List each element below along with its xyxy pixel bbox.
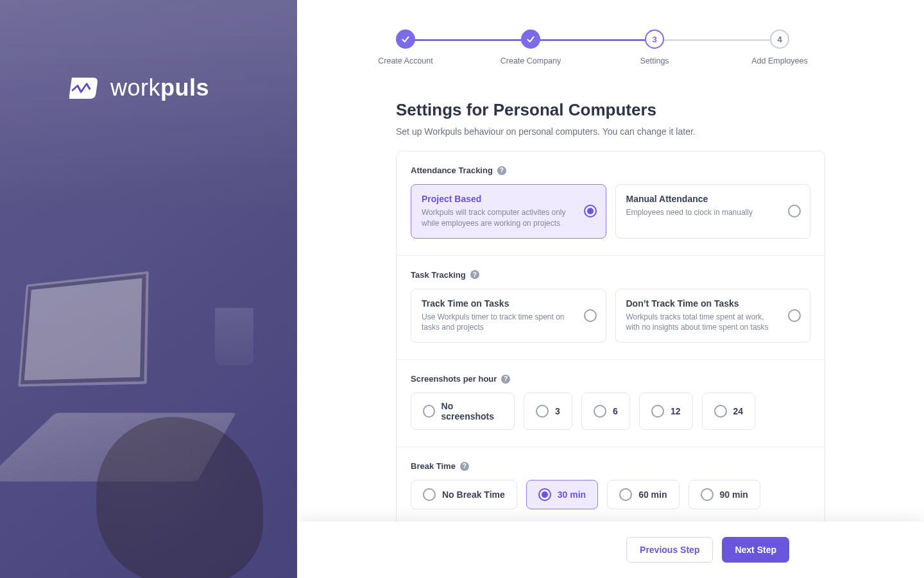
option-label: 12 — [671, 406, 681, 416]
option-title: Track Time on Tasks — [422, 298, 574, 309]
radio-icon — [536, 405, 549, 418]
task-option-dont-track[interactable]: Don’t Track Time on Tasks Workpuls track… — [615, 289, 811, 343]
radio-icon — [584, 205, 597, 217]
option-label: 90 min — [720, 489, 748, 500]
next-step-button[interactable]: Next Step — [722, 537, 789, 563]
page-title: Settings for Personal Computers — [396, 100, 825, 120]
option-label: No Break Time — [442, 489, 505, 500]
break-option-60[interactable]: 60 min — [607, 480, 679, 509]
option-label: 30 min — [558, 489, 586, 500]
attendance-option-manual[interactable]: Manual Attendance Employees need to cloc… — [615, 184, 811, 239]
wizard-footer: Previous Step Next Step — [297, 522, 924, 578]
settings-panel: Attendance Tracking ? Project Based Work… — [396, 151, 825, 527]
step-create-account — [396, 30, 415, 49]
break-option-90[interactable]: 90 min — [689, 480, 760, 509]
radio-icon — [788, 205, 801, 217]
step-label: Create Account — [378, 56, 432, 65]
step-add-employees: 4 — [770, 30, 789, 49]
option-desc: Workpuls tracks total time spent at work… — [626, 312, 778, 334]
radio-icon — [538, 488, 551, 501]
step-label: Create Company — [501, 56, 561, 65]
attendance-option-project-based[interactable]: Project Based Workpuls will track comput… — [411, 184, 606, 239]
brand-logo: workpuls — [0, 0, 297, 101]
break-option-30[interactable]: 30 min — [526, 480, 598, 509]
option-title: Don’t Track Time on Tasks — [626, 298, 778, 309]
screenshots-option-3[interactable]: 3 — [524, 393, 572, 430]
section-title-label: Screenshots per hour — [411, 374, 497, 384]
screenshots-option-6[interactable]: 6 — [581, 393, 630, 430]
check-icon — [526, 34, 536, 44]
option-desc: Employees need to clock in manually — [626, 207, 778, 218]
radio-icon — [584, 309, 597, 322]
section-title-label: Task Tracking — [411, 270, 466, 280]
option-label: 24 — [733, 406, 744, 416]
screenshots-option-24[interactable]: 24 — [702, 393, 756, 430]
break-section: Break Time ? No Break Time 30 min — [397, 446, 825, 526]
option-label: No screenshots — [441, 401, 502, 421]
radio-icon — [701, 488, 714, 501]
main-content: Create Account Create Company 3 Settings… — [297, 0, 924, 578]
option-label: 6 — [613, 406, 618, 416]
help-icon[interactable]: ? — [497, 166, 506, 175]
radio-icon — [423, 405, 435, 418]
brand-mark-icon — [69, 75, 101, 101]
step-create-company — [521, 30, 540, 49]
help-icon[interactable]: ? — [501, 375, 510, 384]
radio-icon — [651, 405, 664, 418]
task-option-track[interactable]: Track Time on Tasks Use Workpuls timer t… — [411, 289, 606, 343]
task-section: Task Tracking ? Track Time on Tasks Use … — [397, 255, 825, 360]
step-label: Add Employees — [751, 56, 808, 65]
brand-sidebar: workpuls — [0, 0, 297, 578]
option-label: 3 — [555, 406, 560, 416]
help-icon[interactable]: ? — [470, 270, 479, 279]
step-settings: 3 — [645, 30, 664, 49]
screenshots-section: Screenshots per hour ? No screenshots 3 — [397, 359, 825, 446]
radio-icon — [619, 488, 632, 501]
option-title: Manual Attendance — [626, 194, 778, 204]
section-title-label: Attendance Tracking — [411, 166, 493, 175]
section-title-label: Break Time — [411, 461, 456, 471]
radio-icon — [594, 405, 606, 418]
help-icon[interactable]: ? — [460, 462, 469, 471]
screenshots-option-none[interactable]: No screenshots — [411, 393, 515, 430]
option-desc: Workpuls will track computer activites o… — [422, 207, 574, 229]
step-label: Settings — [640, 56, 669, 65]
brand-wordmark: workpuls — [110, 74, 209, 101]
option-title: Project Based — [422, 194, 574, 204]
page-subtitle: Set up Workpuls behaviour on personal co… — [396, 126, 825, 137]
attendance-section: Attendance Tracking ? Project Based Work… — [397, 151, 825, 255]
onboarding-stepper: Create Account Create Company 3 Settings… — [396, 30, 789, 64]
check-icon — [400, 34, 411, 44]
radio-icon — [714, 405, 727, 418]
radio-icon — [788, 309, 801, 322]
radio-icon — [423, 488, 436, 501]
option-label: 60 min — [638, 489, 667, 500]
option-desc: Use Workpuls timer to track time spent o… — [422, 312, 574, 334]
previous-step-button[interactable]: Previous Step — [626, 537, 713, 563]
screenshots-option-12[interactable]: 12 — [639, 393, 693, 430]
break-option-none[interactable]: No Break Time — [411, 480, 517, 509]
